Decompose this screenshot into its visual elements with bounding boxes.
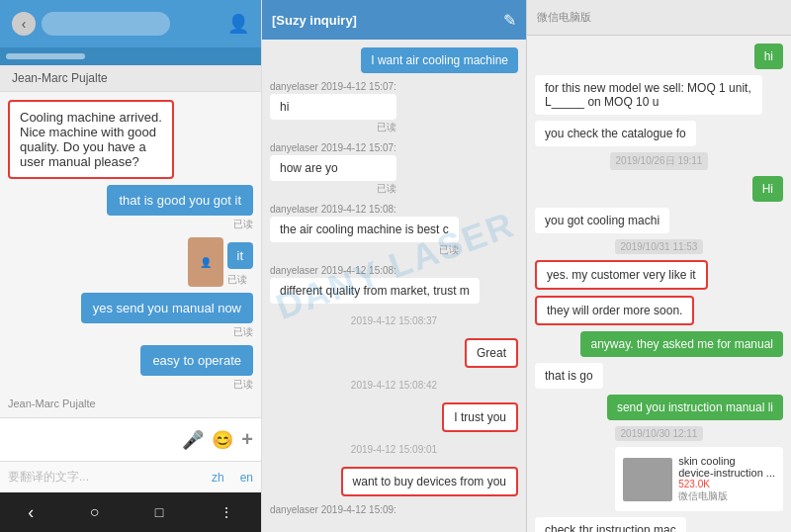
message-bubble: I trust you: [442, 402, 518, 432]
message-text: that is good you got it: [119, 193, 241, 208]
message-bubble: you got cooling machi: [535, 208, 669, 233]
list-item: that is good you got it 已读: [107, 185, 253, 231]
message-timestamp: 2019-4-12 15:08:: [321, 265, 396, 276]
list-item: danyelaser 2019-4-12 15:09:: [270, 504, 396, 517]
search-bar[interactable]: [42, 12, 170, 36]
list-item: danyelaser 2019-4-12 15:08: different qu…: [270, 265, 480, 304]
list-item: send you instruction manual li: [607, 395, 783, 420]
message-text: want to buy devices from you: [353, 475, 506, 488]
list-item: danyelaser 2019-4-12 15:07: hi 已读: [270, 81, 396, 134]
list-item: for this new model we sell: MOQ 1 unit, …: [535, 75, 762, 115]
message-bubble: Hi: [752, 176, 783, 202]
nav-bar: ‹ ○ □ ⋮: [0, 492, 261, 532]
right-chat-panel: 微信电脑版 hi for this new model we sell: MOQ…: [527, 0, 791, 532]
message-timestamp: 2019-4-12 15:07:: [321, 81, 396, 92]
message-bubble: Cooling machine arrived.Nice machine wit…: [8, 100, 174, 179]
read-status: 已读: [227, 274, 247, 285]
sender-name: danyelaser: [270, 204, 318, 215]
list-item: yes send you manual now 已读: [81, 293, 253, 339]
message-bubble: for this new model we sell: MOQ 1 unit, …: [535, 75, 762, 115]
timestamp-label: 2019-4-12 15:08:37: [270, 315, 518, 326]
product-card: skin coolingdevice-instruction ... 523.0…: [615, 447, 783, 511]
add-icon[interactable]: +: [241, 428, 253, 451]
list-item: want to buy devices from you: [341, 467, 518, 496]
message-text: easy to operate: [152, 353, 241, 368]
message-text: for this new model we sell: MOQ 1 unit, …: [545, 81, 751, 109]
back-nav-icon[interactable]: ‹: [28, 502, 34, 523]
translate-bar: 要翻译的文字... zh en: [0, 461, 261, 492]
message-text: that is go: [545, 369, 593, 383]
translate-from[interactable]: zh: [212, 471, 224, 485]
message-text: I want air cooling machine: [371, 53, 508, 67]
read-status: 已读: [270, 243, 459, 257]
right-header: 微信电脑版: [527, 0, 791, 36]
middle-header: [Suzy inquiry] ✎: [262, 0, 526, 40]
message-text: it: [237, 248, 244, 263]
emoji-icon[interactable]: 😊: [212, 429, 233, 451]
recents-nav-icon[interactable]: □: [155, 504, 163, 520]
message-text: you got cooling machi: [545, 214, 659, 227]
list-item: anyway. they asked me for manual: [580, 331, 783, 357]
list-item: Great: [465, 338, 518, 368]
list-item: 👤 it 已读: [188, 237, 254, 287]
message-text: different quality from market, trust m: [280, 284, 470, 298]
translate-to[interactable]: en: [240, 471, 253, 485]
right-messages-container: hi for this new model we sell: MOQ 1 uni…: [527, 36, 791, 532]
avatar: 👤: [188, 237, 223, 287]
read-status: 已读: [233, 218, 253, 231]
message-text: the air cooling machine is best c: [280, 222, 449, 236]
message-bubble: they will order more soon.: [535, 296, 694, 325]
message-bubble: how are yo: [270, 155, 396, 181]
sender-name: danyelaser: [270, 265, 318, 276]
message-text: Great: [477, 346, 506, 360]
message-bubble: anyway. they asked me for manual: [580, 331, 783, 357]
message-bubble: different quality from market, trust m: [270, 278, 480, 304]
sender-name: danyelaser: [270, 504, 318, 515]
microphone-icon[interactable]: 🎤: [182, 429, 204, 451]
timestamp-label: 2019/10/26日 19:11: [610, 152, 709, 170]
message-text: hi: [280, 100, 289, 114]
left-messages-container: Cooling machine arrived.Nice machine wit…: [0, 92, 261, 417]
message-timestamp: 2019-4-12 15:09:: [321, 504, 396, 515]
message-bubble: that is good you got it: [107, 185, 253, 216]
contact-name: Jean-Marc Pujalte: [12, 71, 108, 85]
message-bubble: send you instruction manual li: [607, 395, 783, 420]
list-item: hi: [754, 44, 783, 69]
product-size: 523.0K: [678, 479, 775, 489]
message-text: how are yo: [280, 161, 338, 175]
message-text: yes send you manual now: [93, 301, 241, 315]
list-item: check thr instruction mac: [535, 517, 686, 532]
read-status: 已读: [270, 182, 396, 196]
message-text: send you instruction manual li: [617, 400, 773, 414]
person-icon[interactable]: 👤: [227, 13, 249, 35]
message-bubble: I want air cooling machine: [361, 47, 518, 73]
left-chat-panel: ‹ 👤 Jean-Marc Pujalte Cooling machine ar…: [0, 0, 262, 532]
message-bubble: hi: [270, 94, 396, 120]
product-label: 微信电脑版: [678, 489, 775, 503]
list-item: you got cooling machi: [535, 208, 669, 233]
read-status: 已读: [233, 325, 253, 339]
list-item: I trust you: [442, 402, 518, 432]
message-text: I trust you: [454, 410, 506, 424]
message-text: check thr instruction mac: [545, 523, 676, 532]
app-container: DANY LASER ‹ 👤 Jean-Marc Pujalte: [0, 0, 791, 532]
list-item: that is go: [535, 363, 603, 389]
translate-placeholder: 要翻译的文字...: [8, 469, 204, 486]
message-bubble: want to buy devices from you: [341, 467, 518, 496]
message-input[interactable]: [8, 432, 174, 447]
back-icon[interactable]: ‹: [12, 12, 36, 36]
message-meta: danyelaser 2019-4-12 15:09:: [270, 504, 396, 515]
timestamp-label: 2019/10/31 11:53: [615, 239, 704, 254]
message-bubble: easy to operate: [140, 345, 253, 376]
menu-nav-icon[interactable]: ⋮: [220, 504, 233, 520]
timestamp-label: 2019/10/30 12:11: [615, 426, 704, 441]
message-bubble: hi: [754, 44, 783, 69]
sender-name: danyelaser: [270, 142, 318, 153]
message-bubble: yes send you manual now: [81, 293, 253, 323]
middle-edit-icon[interactable]: ✎: [503, 11, 516, 30]
home-nav-icon[interactable]: ○: [90, 503, 100, 521]
message-meta: danyelaser 2019-4-12 15:08:: [270, 204, 459, 215]
list-item: you check the catalogue fo: [535, 121, 696, 146]
message-timestamp: 2019-4-12 15:08:: [321, 204, 396, 215]
list-item: danyelaser 2019-4-12 15:08: the air cool…: [270, 204, 459, 257]
